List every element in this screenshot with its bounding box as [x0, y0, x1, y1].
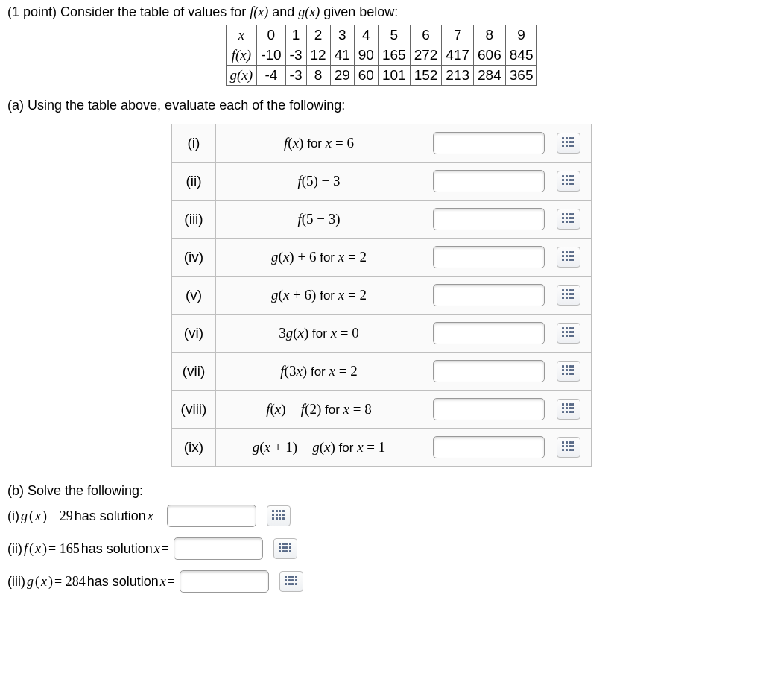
part-b-equals-value: = 29 — [48, 508, 73, 524]
part-a-expression: g(x + 1) − g(x) for x = 1 — [216, 429, 422, 467]
values-cell: 845 — [505, 45, 537, 66]
keypad-button[interactable] — [557, 323, 580, 344]
part-a-label: (a) Using the table above, evaluate each… — [7, 98, 756, 113]
part-a-answer-cell — [422, 163, 592, 201]
answer-input[interactable] — [433, 322, 545, 344]
values-cell: 4 — [354, 25, 378, 45]
values-cell: 365 — [505, 66, 537, 86]
part-b-line: (i) g(x) = 29 has solution x = — [7, 505, 756, 527]
values-cell: 2 — [306, 25, 330, 45]
values-cell: 12 — [306, 45, 330, 66]
intro-fx: f(x) — [250, 4, 268, 19]
part-a-roman: (viii) — [172, 391, 216, 429]
values-cell: 7 — [442, 25, 474, 45]
answer-input[interactable] — [433, 436, 545, 458]
values-cell: 8 — [474, 25, 506, 45]
values-cell: 41 — [330, 45, 354, 66]
part-a-expression: f(x) for x = 6 — [216, 124, 422, 163]
part-a-answer-cell — [422, 239, 592, 277]
points-label: (1 point) — [7, 4, 57, 19]
answer-input[interactable] — [180, 570, 269, 593]
part-a-table: (i)f(x) for x = 6(ii)f(5) − 3(iii)f(5 − … — [171, 124, 592, 467]
part-a-answer-cell — [422, 429, 592, 467]
keypad-button[interactable] — [557, 133, 580, 154]
values-row-label: g(x) — [226, 66, 257, 86]
values-cell: 60 — [354, 66, 378, 86]
values-row-label: f(x) — [226, 45, 257, 66]
values-cell: 9 — [505, 25, 537, 45]
answer-input[interactable] — [433, 360, 545, 382]
values-cell: -4 — [257, 66, 285, 86]
intro-gx: g(x) — [298, 4, 320, 19]
values-cell: 213 — [442, 66, 474, 86]
part-b-roman: (ii) — [7, 541, 22, 557]
part-a-answer-cell — [422, 124, 592, 163]
values-table: x0123456789f(x)-10-312419016527241760684… — [226, 25, 538, 86]
values-cell: 5 — [378, 25, 410, 45]
values-cell: -3 — [285, 66, 306, 86]
values-cell: 8 — [306, 66, 330, 86]
keypad-button[interactable] — [273, 538, 297, 559]
part-b-func: g — [27, 574, 34, 590]
keypad-button[interactable] — [557, 247, 580, 268]
part-a-expression: 3g(x) for x = 0 — [216, 315, 422, 353]
answer-input[interactable] — [433, 132, 545, 154]
question-intro: (1 point) Consider the table of values f… — [7, 4, 756, 20]
part-a-roman: (i) — [172, 124, 216, 163]
keypad-button[interactable] — [557, 437, 580, 458]
answer-input[interactable] — [174, 537, 263, 560]
answer-input[interactable] — [433, 170, 545, 192]
values-cell: 29 — [330, 66, 354, 86]
values-cell: 90 — [354, 45, 378, 66]
keypad-button[interactable] — [557, 285, 580, 306]
values-cell: 6 — [410, 25, 442, 45]
part-b-line: (iii) g(x) = 284 has solution x = — [7, 570, 756, 593]
values-cell: 417 — [442, 45, 474, 66]
part-a-roman: (iv) — [172, 239, 216, 277]
answer-input[interactable] — [433, 398, 545, 420]
part-a-answer-cell — [422, 201, 592, 239]
keypad-button[interactable] — [557, 361, 580, 382]
part-a-roman: (ix) — [172, 429, 216, 467]
part-a-answer-cell — [422, 277, 592, 315]
values-cell: 0 — [257, 25, 285, 45]
values-cell: 284 — [474, 66, 506, 86]
part-a-expression: f(3x) for x = 2 — [216, 353, 422, 391]
answer-input[interactable] — [433, 208, 545, 230]
keypad-button[interactable] — [557, 209, 580, 230]
part-b-label: (b) Solve the following: — [7, 483, 756, 499]
intro-text-2: given below: — [320, 4, 398, 19]
answer-input[interactable] — [167, 505, 256, 527]
part-a-answer-cell — [422, 315, 592, 353]
answer-input[interactable] — [433, 284, 545, 306]
part-a-roman: (iii) — [172, 201, 216, 239]
part-b-tail: has solution — [87, 574, 159, 590]
values-cell: -10 — [257, 45, 285, 66]
part-a-expression: f(5 − 3) — [216, 201, 422, 239]
part-a-answer-cell — [422, 353, 592, 391]
part-b-equals-value: = 165 — [48, 541, 80, 557]
part-a-roman: (v) — [172, 277, 216, 315]
part-b-roman: (iii) — [7, 574, 25, 590]
part-a-answer-cell — [422, 391, 592, 429]
values-cell: 165 — [378, 45, 410, 66]
part-b-line: (ii) f(x) = 165 has solution x = — [7, 537, 756, 560]
keypad-button[interactable] — [279, 571, 303, 592]
values-cell: 152 — [410, 66, 442, 86]
intro-and: and — [268, 4, 298, 19]
keypad-button[interactable] — [267, 505, 291, 526]
part-b-func: g — [21, 508, 28, 524]
part-a-roman: (vii) — [172, 353, 216, 391]
values-cell: 606 — [474, 45, 506, 66]
values-cell: 1 — [285, 25, 306, 45]
intro-text-1: Consider the table of values for — [57, 4, 250, 19]
part-b-equals-value: = 284 — [54, 574, 86, 590]
keypad-button[interactable] — [557, 171, 580, 192]
values-row-label: x — [226, 25, 257, 45]
part-b-tail: has solution — [75, 508, 146, 524]
answer-input[interactable] — [433, 246, 545, 268]
part-a-expression: g(x + 6) for x = 2 — [216, 277, 422, 315]
keypad-button[interactable] — [557, 399, 580, 420]
part-b-func: f — [24, 541, 28, 557]
part-a-roman: (vi) — [172, 315, 216, 353]
